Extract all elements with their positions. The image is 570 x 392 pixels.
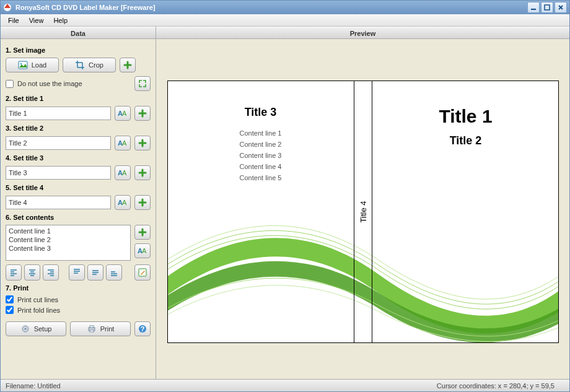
section-set-contents: 6. Set contents	[6, 214, 151, 221]
title1-add-button[interactable]	[134, 106, 151, 121]
status-cursor: Cursor coordinates: x = 280,4; y = 59,5	[437, 382, 564, 390]
crop-icon	[75, 60, 85, 70]
print-button-label: Print	[100, 325, 115, 333]
print-button[interactable]: Print	[70, 321, 131, 336]
svg-rect-2	[545, 5, 550, 10]
data-panel: Data 1. Set image Load Crop	[1, 27, 156, 379]
title2-add-button[interactable]	[134, 136, 151, 150]
front-panel: Title 1 Title 2	[372, 81, 559, 342]
valign-top-button[interactable]	[69, 264, 85, 281]
font-icon: AA	[118, 198, 128, 207]
crop-button-label: Crop	[89, 61, 103, 69]
status-filename-value: Untitled	[37, 382, 60, 390]
dont-use-image-label: Do not use the image	[17, 80, 82, 87]
section-set-image: 1. Set image	[6, 46, 151, 54]
plus-icon	[138, 198, 147, 207]
menu-help[interactable]: Help	[48, 15, 72, 25]
preview-title1: Title 1	[372, 106, 559, 127]
title1-input[interactable]	[6, 107, 111, 120]
align-right-button[interactable]	[43, 264, 59, 281]
minimize-button[interactable]	[527, 2, 540, 13]
section-print: 7. Print	[6, 284, 151, 292]
plus-icon	[138, 138, 147, 148]
maximize-button[interactable]	[541, 2, 553, 13]
contents-input[interactable]	[6, 225, 131, 261]
expand-icon	[138, 79, 147, 89]
statusbar: Filename: Untitled Cursor coordinates: x…	[1, 379, 569, 391]
svg-rect-20	[90, 330, 94, 332]
title2-font-button[interactable]: AA	[115, 136, 131, 150]
preview-title3: Title 3	[168, 106, 354, 119]
preview-panel: Preview Title 3 Content line 1Conten	[156, 27, 569, 379]
title3-font-button[interactable]: AA	[115, 165, 131, 180]
font-icon: AA	[118, 138, 128, 148]
svg-rect-1	[531, 9, 536, 10]
menu-view[interactable]: View	[24, 15, 49, 25]
print-fold-label: Print fold lines	[17, 307, 60, 314]
app-icon	[3, 3, 12, 12]
svg-rect-19	[90, 326, 94, 328]
plus-icon	[138, 227, 147, 237]
title4-add-button[interactable]	[134, 195, 151, 210]
preview-title2: Title 2	[372, 134, 559, 147]
valign-middle-icon	[90, 268, 100, 277]
svg-point-17	[24, 328, 26, 330]
status-filename: Filename: Untitled	[6, 382, 71, 390]
align-toolbar	[6, 264, 151, 281]
spine-panel: Title 4	[354, 81, 372, 342]
contents-font-button[interactable]: AA	[134, 243, 151, 258]
section-set-title4: 5. Set title 4	[6, 184, 151, 191]
main-columns: Data 1. Set image Load Crop	[1, 27, 569, 379]
load-button-label: Load	[32, 61, 46, 69]
align-right-icon	[46, 268, 56, 277]
titlebar: RonyaSoft CD DVD Label Maker [Freeware]	[1, 1, 569, 14]
menu-file[interactable]: File	[3, 15, 24, 25]
svg-text:A: A	[122, 169, 127, 176]
title2-input[interactable]	[6, 136, 111, 150]
crop-button[interactable]: Crop	[63, 58, 116, 72]
printer-icon	[87, 324, 97, 334]
font-icon: AA	[118, 108, 128, 118]
align-center-icon	[27, 268, 37, 277]
title3-add-button[interactable]	[134, 165, 151, 180]
application-window: RonyaSoft CD DVD Label Maker [Freeware] …	[0, 0, 570, 392]
title1-font-button[interactable]: AA	[115, 106, 131, 121]
plus-icon	[123, 60, 133, 70]
preview-spine-text: Title 4	[358, 201, 367, 222]
preview-canvas[interactable]: Title 3 Content line 1Content line 2Cont…	[156, 39, 569, 379]
title4-font-button[interactable]: AA	[115, 195, 131, 210]
section-set-title2: 3. Set title 2	[6, 124, 151, 132]
svg-text:A: A	[122, 199, 127, 206]
title3-input[interactable]	[6, 166, 111, 180]
fit-image-button[interactable]	[134, 76, 151, 91]
add-image-button[interactable]	[120, 58, 136, 72]
svg-text:A: A	[122, 110, 127, 117]
print-cut-checkbox[interactable]: Print cut lines	[6, 295, 151, 303]
font-icon: AA	[138, 246, 147, 256]
valign-bottom-icon	[109, 268, 119, 277]
valign-middle-button[interactable]	[87, 264, 103, 281]
help-print-button[interactable]: ?	[134, 321, 151, 336]
data-panel-header: Data	[1, 27, 156, 39]
title4-input[interactable]	[6, 196, 111, 209]
svg-text:A: A	[142, 247, 147, 255]
section-set-title3: 4. Set title 3	[6, 154, 151, 162]
font-icon: AA	[118, 168, 128, 178]
svg-text:?: ?	[141, 325, 145, 333]
edit-design-button[interactable]	[134, 264, 151, 281]
section-set-title1: 2. Set title 1	[6, 95, 151, 102]
contents-add-button[interactable]	[134, 225, 151, 240]
align-left-button[interactable]	[6, 264, 22, 281]
menubar: File View Help	[1, 14, 569, 27]
dont-use-image-checkbox[interactable]: Do not use the image	[6, 80, 131, 88]
valign-bottom-button[interactable]	[106, 264, 122, 281]
print-fold-checkbox[interactable]: Print fold lines	[6, 306, 151, 314]
align-center-button[interactable]	[24, 264, 40, 281]
close-button[interactable]	[555, 2, 567, 13]
setup-button[interactable]: Setup	[6, 321, 66, 336]
preview-content-lines: Content line 1Content line 2Content line…	[168, 128, 354, 183]
plus-icon	[138, 108, 147, 118]
load-button[interactable]: Load	[6, 58, 59, 72]
valign-top-icon	[72, 268, 82, 277]
back-panel: Title 3 Content line 1Content line 2Cont…	[168, 81, 354, 342]
